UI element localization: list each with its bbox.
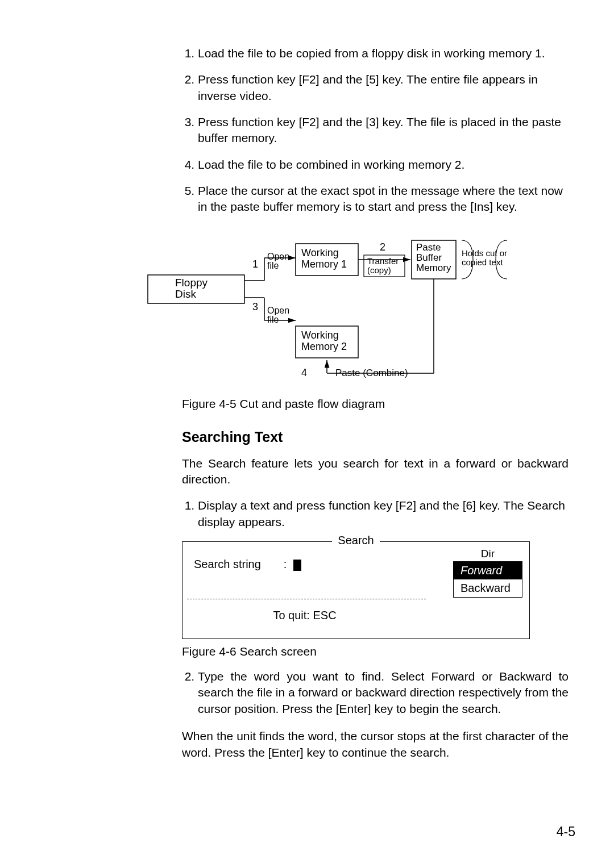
- diagram-step-2: 2: [380, 241, 385, 253]
- floppy-disk-label: Floppy: [175, 277, 208, 289]
- dir-option-forward: Forward: [454, 562, 522, 579]
- diagram-step-3: 3: [252, 301, 258, 312]
- paste-combine-label: Paste (Combine): [335, 368, 408, 378]
- svg-text:Memory 2: Memory 2: [301, 341, 347, 352]
- svg-text:Memory 1: Memory 1: [301, 258, 347, 270]
- searching-text-heading: Searching Text: [182, 429, 569, 445]
- search-intro-para: The Search feature lets you search for t…: [182, 456, 569, 488]
- step-item: Press function key [F2] and the [5] key.…: [198, 72, 569, 104]
- divider-dashed: [187, 599, 426, 599]
- step-item: Load the file to be combined in working …: [198, 157, 569, 173]
- search-string-label: Search string: [194, 558, 261, 571]
- figure-4-6-caption: Figure 4-6 Search screen: [182, 645, 569, 658]
- diagram-step-4: 4: [301, 367, 307, 378]
- cursor-icon: [293, 560, 301, 571]
- steps-list-b2: Type the word you want to find. Select F…: [182, 669, 569, 717]
- svg-text:Paste: Paste: [416, 242, 441, 253]
- svg-text:file: file: [267, 261, 279, 270]
- dir-option-backward: Backward: [454, 579, 522, 597]
- steps-list-a: Load the file to be copied from a floppy…: [182, 45, 569, 215]
- dir-label: Dir: [453, 548, 522, 560]
- svg-text:Open: Open: [267, 252, 289, 261]
- svg-text:Disk: Disk: [175, 288, 196, 300]
- search-screen-illustration: Search Search string : To quit: ESC Dir …: [182, 541, 530, 639]
- quit-hint: To quit: ESC: [182, 609, 427, 622]
- step-item: Load the file to be copied from a floppy…: [198, 45, 569, 61]
- search-box-title: Search: [332, 534, 379, 546]
- search-result-para: When the unit finds the word, the cursor…: [182, 728, 569, 761]
- svg-text:Transfer: Transfer: [367, 256, 399, 266]
- svg-text:Memory: Memory: [416, 262, 451, 273]
- step-item: Press function key [F2] and the [3] key.…: [198, 114, 569, 147]
- svg-text:Working: Working: [301, 247, 339, 258]
- steps-list-b: Display a text and press function key [F…: [182, 498, 569, 530]
- figure-4-5-caption: Figure 4-5 Cut and paste flow diagram: [182, 397, 569, 411]
- step-item: Place the cursor at the exact spot in th…: [198, 183, 569, 215]
- svg-text:Buffer: Buffer: [416, 252, 442, 263]
- page-number: 4-5: [557, 824, 575, 840]
- svg-text:file: file: [267, 315, 279, 324]
- svg-text:copied text: copied text: [462, 257, 503, 267]
- dir-options: Forward Backward: [453, 561, 522, 598]
- svg-text:Working: Working: [301, 329, 339, 341]
- cut-paste-diagram: Floppy Disk 1 Open file 3 Open file Work…: [34, 227, 580, 388]
- search-colon: :: [284, 558, 287, 570]
- diagram-step-1: 1: [252, 258, 258, 270]
- step-item: Display a text and press function key [F…: [198, 498, 569, 530]
- svg-text:Open: Open: [267, 306, 289, 315]
- svg-text:(copy): (copy): [367, 265, 391, 275]
- step-item: Type the word you want to find. Select F…: [198, 669, 569, 717]
- svg-text:Holds cut or: Holds cut or: [462, 248, 507, 258]
